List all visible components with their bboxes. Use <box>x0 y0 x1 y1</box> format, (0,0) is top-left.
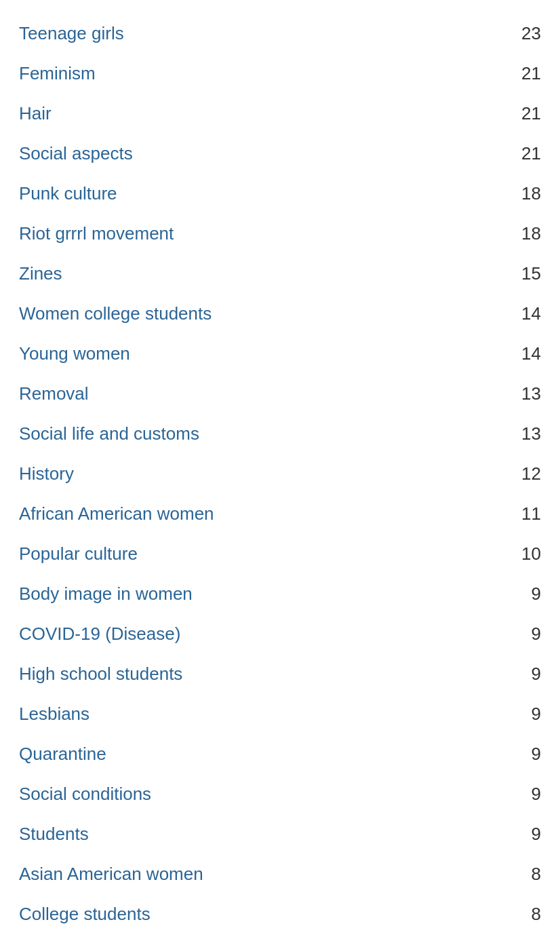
list-item: History12 <box>19 454 541 494</box>
subject-count: 21 <box>514 103 541 124</box>
list-item: Quarantine9 <box>19 734 541 774</box>
subject-link[interactable]: Social conditions <box>19 784 151 805</box>
subject-count: 11 <box>514 503 541 524</box>
list-item: Young women14 <box>19 334 541 374</box>
subject-link[interactable]: Lesbians <box>19 704 89 725</box>
list-item: Barnard College7 <box>19 934 541 939</box>
subject-link[interactable]: Social life and customs <box>19 423 199 444</box>
subject-link[interactable]: Zines <box>19 263 62 284</box>
subject-link[interactable]: History <box>19 463 74 484</box>
subject-count: 9 <box>514 704 541 725</box>
subject-link[interactable]: Popular culture <box>19 543 138 564</box>
list-item: High school students9 <box>19 654 541 694</box>
subject-link[interactable]: Riot grrrl movement <box>19 223 174 244</box>
subject-link[interactable]: High school students <box>19 664 182 685</box>
list-item: Removal13 <box>19 374 541 414</box>
subject-count: 9 <box>514 784 541 805</box>
list-item: Asian American women8 <box>19 854 541 894</box>
subject-count: 18 <box>514 183 541 204</box>
subject-count: 10 <box>514 543 541 564</box>
list-item: Popular culture10 <box>19 534 541 574</box>
subject-link[interactable]: College students <box>19 904 151 925</box>
list-item: Teenage girls23 <box>19 14 541 54</box>
list-item: Zines15 <box>19 254 541 294</box>
subject-count: 13 <box>514 383 541 404</box>
list-item: College students8 <box>19 894 541 934</box>
subject-link[interactable]: Teenage girls <box>19 23 124 44</box>
subject-count: 8 <box>514 864 541 885</box>
subject-count: 14 <box>514 303 541 324</box>
subject-link[interactable]: African American women <box>19 503 214 524</box>
subject-count: 9 <box>514 744 541 765</box>
subject-count: 12 <box>514 463 541 484</box>
list-item: Punk culture18 <box>19 174 541 214</box>
list-item: Hair21 <box>19 94 541 134</box>
list-item: Lesbians9 <box>19 694 541 734</box>
list-item: COVID-19 (Disease)9 <box>19 614 541 654</box>
subject-link[interactable]: COVID-19 (Disease) <box>19 624 180 645</box>
subject-count: 9 <box>514 824 541 845</box>
subject-link[interactable]: Students <box>19 824 89 845</box>
subject-count: 9 <box>514 624 541 645</box>
subject-count: 9 <box>514 664 541 685</box>
list-item: Social aspects21 <box>19 134 541 174</box>
subject-count: 18 <box>514 223 541 244</box>
subject-count: 21 <box>514 143 541 164</box>
subject-count: 23 <box>514 23 541 44</box>
subject-link[interactable]: Punk culture <box>19 183 117 204</box>
subject-list: Teenage girls23Feminism21Hair21Social as… <box>19 14 541 939</box>
subject-link[interactable]: Feminism <box>19 63 96 84</box>
subject-link[interactable]: Asian American women <box>19 864 203 885</box>
subject-link[interactable]: Social aspects <box>19 143 133 164</box>
subject-count: 9 <box>514 583 541 605</box>
list-item: Body image in women9 <box>19 574 541 614</box>
subject-link[interactable]: Women college students <box>19 303 212 324</box>
subject-count: 13 <box>514 423 541 444</box>
list-item: Women college students14 <box>19 294 541 334</box>
list-item: African American women11 <box>19 494 541 534</box>
subject-count: 15 <box>514 263 541 284</box>
subject-link[interactable]: Body image in women <box>19 583 193 605</box>
subject-link[interactable]: Hair <box>19 103 52 124</box>
list-item: Students9 <box>19 814 541 854</box>
list-item: Feminism21 <box>19 54 541 94</box>
subject-link[interactable]: Quarantine <box>19 744 106 765</box>
list-item: Riot grrrl movement18 <box>19 214 541 254</box>
subject-count: 14 <box>514 343 541 364</box>
subject-count: 21 <box>514 63 541 84</box>
subject-count: 8 <box>514 904 541 925</box>
list-item: Social conditions9 <box>19 774 541 814</box>
list-item: Social life and customs13 <box>19 414 541 454</box>
subject-link[interactable]: Young women <box>19 343 130 364</box>
subject-link[interactable]: Removal <box>19 383 89 404</box>
